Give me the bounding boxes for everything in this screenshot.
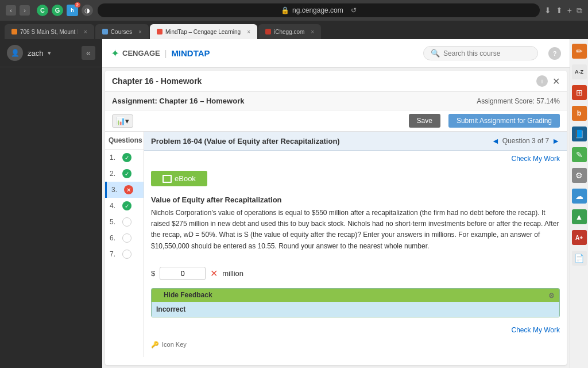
save-button[interactable]: Save — [409, 114, 440, 128]
question-item-7[interactable]: 7. — [105, 246, 144, 262]
tab-close-courses[interactable]: × — [138, 29, 142, 35]
tab-favicon-chegg — [265, 29, 271, 34]
prev-question-button[interactable]: ◄ — [492, 136, 500, 145]
drive-icon[interactable]: ▲ — [572, 209, 587, 224]
close-icon[interactable]: ✕ — [552, 76, 560, 87]
ebook-label: eBook — [175, 174, 196, 183]
question-item-3[interactable]: 3. ✕ — [105, 182, 144, 198]
cengage-label: CENGAGE — [122, 49, 160, 57]
question-content: Value of Equity after Recapitalization N… — [144, 191, 567, 263]
mindtap-header: ✦ CENGAGE | MINDTAP 🔍 ? — [102, 39, 570, 68]
feedback-triangle-icon: ▼ — [156, 292, 162, 298]
info-icon[interactable]: i — [536, 75, 548, 87]
tab-bar: 706 S Main St, Mount Holly, NC 28120 – R… — [0, 21, 588, 39]
icon-key: 🔑 Icon Key — [144, 338, 567, 352]
office-icon[interactable]: ⊞ — [572, 85, 587, 100]
question-item-4[interactable]: 4. ✓ — [105, 198, 144, 214]
book-icon[interactable]: 📘 — [572, 126, 587, 141]
answer-input[interactable] — [160, 267, 206, 280]
content-area: ✦ CENGAGE | MINDTAP 🔍 ? Chapter 16 - Hom… — [102, 39, 570, 368]
share-icon[interactable]: ⬆ — [556, 6, 563, 15]
status-empty-7 — [122, 250, 131, 259]
main-layout: 👤 zach ▾ « ✦ CENGAGE | MINDTAP 🔍 ? — [0, 39, 588, 368]
cloud-icon[interactable]: ☁ — [572, 189, 587, 204]
feedback-status: Incorrect — [152, 302, 559, 317]
url-text: ng.cengage.com — [292, 6, 343, 14]
b-circle-icon[interactable]: b — [572, 106, 587, 121]
question-nav-text: Question 3 of 7 — [502, 137, 549, 145]
status-check-2: ✓ — [122, 169, 131, 178]
next-question-button[interactable]: ► — [552, 136, 560, 145]
grade-icon[interactable]: A+ — [572, 230, 587, 245]
tab-chegg[interactable]: iChegg.com × — [258, 24, 321, 39]
q-num-3: 3. — [111, 186, 121, 194]
browser-icons: ⬇ ⬆ + ⧉ — [544, 6, 582, 16]
pencil-icon[interactable]: ✏ — [572, 44, 587, 59]
tab-courses[interactable]: Courses × — [95, 24, 149, 39]
google-icon: G — [52, 5, 63, 16]
problem-nav: ◄ Question 3 of 7 ► — [492, 136, 560, 145]
ebook-btn-area: eBook — [144, 166, 567, 191]
q-num-7: 7. — [110, 250, 119, 258]
help-icon[interactable]: ? — [548, 47, 561, 60]
dollar-sign: $ — [151, 269, 155, 278]
key-icon: 🔑 — [151, 341, 159, 348]
browser-chrome: ‹ › C G h2 ◑ 🔒 ng.cengage.com ↺ ⬇ ⬆ + ⧉ — [0, 0, 588, 21]
feedback-close-button[interactable]: ⊗ — [548, 291, 555, 300]
mindtap-label: MINDTAP — [171, 48, 210, 58]
address-bar[interactable]: 🔒 ng.cengage.com ↺ — [98, 3, 540, 17]
q-num-5: 5. — [110, 218, 119, 226]
tab-label-chegg: iChegg.com — [274, 29, 304, 35]
q-num-4: 4. — [110, 202, 119, 210]
submit-button[interactable]: Submit Assignment for Grading — [448, 114, 560, 128]
tab-close-retail[interactable]: × — [84, 29, 87, 35]
status-check-1: ✓ — [122, 153, 131, 162]
gear-icon[interactable]: ⚙ — [572, 168, 587, 183]
lock-icon: 🔒 — [281, 6, 289, 14]
tab-close-mindtap[interactable]: × — [247, 29, 250, 35]
ebook-button[interactable]: eBook — [151, 171, 207, 186]
avatar: 👤 — [7, 45, 23, 61]
tab-mindtap[interactable]: MindTap – Cengage Learning × — [150, 24, 257, 39]
windows-icon[interactable]: ⧉ — [577, 6, 582, 16]
question-item-5[interactable]: 5. — [105, 214, 144, 230]
question-body: Nichols Corporation's value of operation… — [151, 208, 560, 252]
back-button[interactable]: ‹ — [6, 5, 16, 16]
tab-retail[interactable]: 706 S Main St, Mount Holly, NC 28120 – R… — [5, 24, 94, 39]
content-panel: Chapter 16 - Homework i ✕ Assignment: Ch… — [105, 71, 567, 365]
sidebar-user[interactable]: 👤 zach ▾ « — [0, 39, 102, 67]
question-item-6[interactable]: 6. — [105, 230, 144, 246]
az-icon[interactable]: A-Z — [572, 64, 587, 79]
forward-button[interactable]: › — [20, 5, 30, 16]
question-item-1[interactable]: 1. ✓ — [105, 150, 144, 166]
question-area: Questions 1. ✓ 2. ✓ 3. ✕ 4. — [105, 132, 567, 357]
assignment-title: Assignment: Chapter 16 – Homework — [112, 97, 244, 105]
new-tab-icon[interactable]: + — [567, 6, 572, 15]
download-icon[interactable]: ⬇ — [544, 6, 551, 15]
mindtap-logo-icon: ✦ — [111, 47, 119, 60]
mindtap-logo: ✦ CENGAGE | MINDTAP — [111, 47, 210, 60]
check-my-work-bottom: Check My Work — [144, 322, 567, 338]
status-empty-6 — [122, 233, 131, 243]
sidebar-collapse-button[interactable]: « — [82, 46, 95, 60]
dark-mode-icon[interactable]: ◑ — [82, 5, 93, 16]
panel-header-icons: i ✕ — [536, 75, 560, 87]
clear-answer-button[interactable]: ✕ — [210, 268, 218, 279]
calculator-icon[interactable]: 📊▾ — [112, 114, 133, 128]
sidebar: 👤 zach ▾ « — [0, 39, 102, 368]
search-box[interactable]: 🔍 — [423, 46, 538, 60]
search-input[interactable] — [443, 49, 524, 57]
browser-controls: ‹ › — [6, 5, 30, 16]
reload-icon[interactable]: ↺ — [351, 6, 357, 14]
tab-favicon-courses — [102, 29, 108, 34]
tab-label-mindtap: MindTap – Cengage Learning — [165, 29, 241, 35]
doc-icon[interactable]: 📄 — [572, 251, 587, 266]
questions-header: Questions — [105, 132, 144, 150]
q-num-1: 1. — [110, 154, 119, 162]
search-icon: 🔍 — [431, 49, 440, 57]
note-icon[interactable]: ✎ — [572, 147, 587, 162]
tab-close-chegg[interactable]: × — [311, 29, 314, 35]
check-my-work-bottom-link[interactable]: Check My Work — [512, 326, 560, 334]
question-item-2[interactable]: 2. ✓ — [105, 166, 144, 182]
check-my-work-top-link[interactable]: Check My Work — [512, 155, 560, 163]
